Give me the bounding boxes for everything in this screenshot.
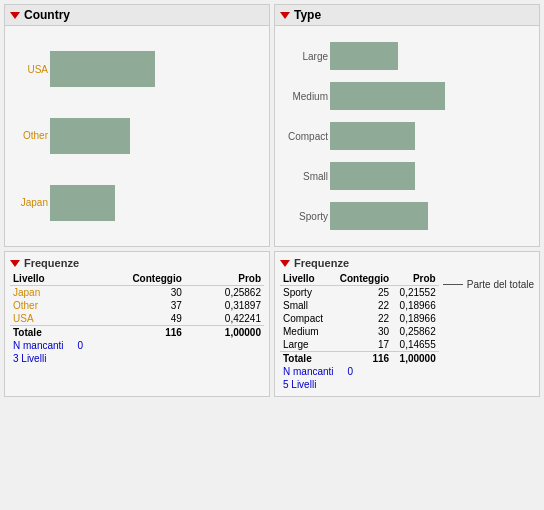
conteggio-small: 22 xyxy=(331,299,392,312)
table-row: Other 37 0,31897 xyxy=(10,299,264,312)
type-title: Type xyxy=(294,8,321,22)
annotation-text: Parte del totale xyxy=(467,279,534,290)
bar-other xyxy=(50,118,130,154)
type-freq-right: Frequenze Livello Conteggio Prob Sporty xyxy=(280,257,534,391)
type-col-conteggio-header: Conteggio xyxy=(331,272,392,286)
n-mancanti-type: N mancanti 0 xyxy=(280,365,439,378)
bar-label-japan: Japan xyxy=(8,197,48,208)
bar-label-compact: Compact xyxy=(278,131,328,142)
bar-small xyxy=(330,162,415,190)
country-freq-table: Livello Conteggio Prob Japan 30 0,25862 … xyxy=(10,272,264,339)
type-chart: Large Medium Compact Small Sporty xyxy=(275,26,539,246)
country-collapse-icon[interactable] xyxy=(10,12,20,19)
conteggio-usa: 49 xyxy=(81,312,185,326)
type-freq-table: Livello Conteggio Prob Sporty 25 0,21552… xyxy=(280,272,439,365)
bar-label-medium: Medium xyxy=(278,91,328,102)
parte-del-totale-annotation: Parte del totale xyxy=(443,279,534,290)
prob-usa: 0,42241 xyxy=(185,312,264,326)
totale-conteggio: 116 xyxy=(81,326,185,340)
col-conteggio-header: Conteggio xyxy=(81,272,185,286)
country-chart: USA Other Japan xyxy=(5,26,269,246)
type-col-prob-header: Prob xyxy=(392,272,439,286)
livello-small: Small xyxy=(280,299,331,312)
type-totale-row: Totale 116 1,00000 xyxy=(280,352,439,366)
col-prob-header: Prob xyxy=(185,272,264,286)
livello-other: Other xyxy=(10,299,81,312)
country-freq-panel: Frequenze Livello Conteggio Prob Japan 3… xyxy=(4,251,270,397)
bar-label-other: Other xyxy=(8,130,48,141)
country-title: Country xyxy=(24,8,70,22)
n-mancanti-country: N mancanti 0 xyxy=(10,339,264,352)
conteggio-other: 37 xyxy=(81,299,185,312)
bar-label-large: Large xyxy=(278,51,328,62)
prob-sporty: 0,21552 xyxy=(392,286,439,300)
type-freq-label: Frequenze xyxy=(294,257,349,269)
table-row: Sporty 25 0,21552 xyxy=(280,286,439,300)
bar-row-usa: USA xyxy=(50,51,259,87)
table-row: Large 17 0,14655 xyxy=(280,338,439,352)
type-col-livello-header: Livello xyxy=(280,272,331,286)
col-livello-header: Livello xyxy=(10,272,81,286)
type-freq-title: Frequenze xyxy=(280,257,439,269)
totale-row: Totale 116 1,00000 xyxy=(10,326,264,340)
bar-row-sporty: Sporty xyxy=(330,202,529,230)
country-freq-collapse-icon[interactable] xyxy=(10,260,20,267)
annotation-line xyxy=(443,284,463,285)
table-row: Japan 30 0,25862 xyxy=(10,286,264,300)
type-panel: Type Large Medium Compact Small Sporty xyxy=(274,4,540,247)
bar-row-other: Other xyxy=(50,118,259,154)
type-freq-panel: Frequenze Livello Conteggio Prob Sporty xyxy=(274,251,540,397)
type-header: Type xyxy=(275,5,539,26)
prob-small: 0,18966 xyxy=(392,299,439,312)
bar-label-sporty: Sporty xyxy=(278,211,328,222)
bar-label-usa: USA xyxy=(8,64,48,75)
table-row: Compact 22 0,18966 xyxy=(280,312,439,325)
type-totale-label: Totale xyxy=(280,352,331,366)
prob-large: 0,14655 xyxy=(392,338,439,352)
bar-medium xyxy=(330,82,445,110)
conteggio-medium: 30 xyxy=(331,325,392,338)
type-collapse-icon[interactable] xyxy=(280,12,290,19)
bar-japan xyxy=(50,185,115,221)
livelli-type: 5 Livelli xyxy=(280,378,439,391)
bar-sporty xyxy=(330,202,428,230)
conteggio-japan: 30 xyxy=(81,286,185,300)
bar-row-medium: Medium xyxy=(330,82,529,110)
bar-compact xyxy=(330,122,415,150)
table-row: Medium 30 0,25862 xyxy=(280,325,439,338)
type-totale-prob: 1,00000 xyxy=(392,352,439,366)
table-row: Small 22 0,18966 xyxy=(280,299,439,312)
livello-large: Large xyxy=(280,338,331,352)
bar-row-large: Large xyxy=(330,42,529,70)
bar-row-compact: Compact xyxy=(330,122,529,150)
prob-other: 0,31897 xyxy=(185,299,264,312)
livelli-country: 3 Livelli xyxy=(10,352,264,365)
livello-japan: Japan xyxy=(10,286,81,300)
totale-label: Totale xyxy=(10,326,81,340)
country-freq-label: Frequenze xyxy=(24,257,79,269)
livello-usa: USA xyxy=(10,312,81,326)
bar-label-small: Small xyxy=(278,171,328,182)
conteggio-compact: 22 xyxy=(331,312,392,325)
prob-medium: 0,25862 xyxy=(392,325,439,338)
prob-japan: 0,25862 xyxy=(185,286,264,300)
livello-sporty: Sporty xyxy=(280,286,331,300)
country-panel: Country USA Other Japan xyxy=(4,4,270,247)
bar-row-small: Small xyxy=(330,162,529,190)
table-row: USA 49 0,42241 xyxy=(10,312,264,326)
totale-prob: 1,00000 xyxy=(185,326,264,340)
type-freq-content: Frequenze Livello Conteggio Prob Sporty xyxy=(280,257,439,391)
country-header: Country xyxy=(5,5,269,26)
bar-usa xyxy=(50,51,155,87)
livello-medium: Medium xyxy=(280,325,331,338)
conteggio-large: 17 xyxy=(331,338,392,352)
type-freq-collapse-icon[interactable] xyxy=(280,260,290,267)
livello-compact: Compact xyxy=(280,312,331,325)
type-totale-conteggio: 116 xyxy=(331,352,392,366)
country-freq-title: Frequenze xyxy=(10,257,264,269)
bar-large xyxy=(330,42,398,70)
bar-row-japan: Japan xyxy=(50,185,259,221)
prob-compact: 0,18966 xyxy=(392,312,439,325)
conteggio-sporty: 25 xyxy=(331,286,392,300)
